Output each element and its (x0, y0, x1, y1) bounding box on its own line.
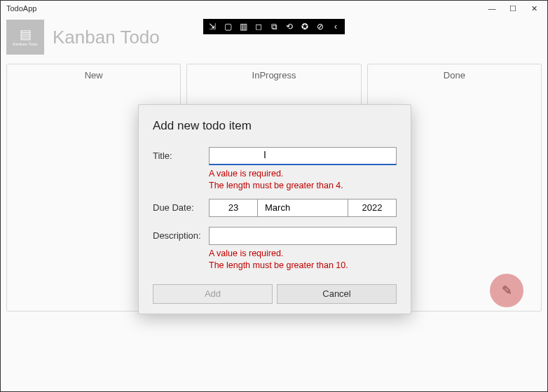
add-todo-dialog: Add new todo item Title: A value is requ… (138, 104, 411, 314)
dialog-heading: Add new todo item (153, 119, 397, 133)
title-label: Title: (153, 147, 209, 161)
due-day-picker[interactable]: 23 (209, 199, 258, 217)
add-button[interactable]: Add (153, 284, 273, 304)
title-error: A value is required. The length must be … (209, 168, 397, 192)
description-input[interactable] (209, 227, 397, 245)
description-error: A value is required. The length must be … (209, 248, 397, 272)
description-label: Description: (153, 227, 209, 241)
cancel-button[interactable]: Cancel (277, 284, 397, 304)
due-date-row: Due Date: 23 March 2022 (153, 199, 397, 217)
title-input[interactable] (209, 147, 397, 165)
due-date-label: Due Date: (153, 199, 209, 213)
due-year-picker[interactable]: 2022 (348, 199, 397, 217)
title-row: Title: (153, 147, 397, 165)
due-month-picker[interactable]: March (258, 199, 348, 217)
error-text: The length must be greater than 10. (209, 260, 397, 272)
error-text: A value is required. (209, 168, 397, 180)
error-text: A value is required. (209, 248, 397, 260)
description-row: Description: (153, 227, 397, 245)
dialog-footer: Add Cancel (153, 284, 397, 304)
error-text: The length must be greater than 4. (209, 180, 397, 192)
